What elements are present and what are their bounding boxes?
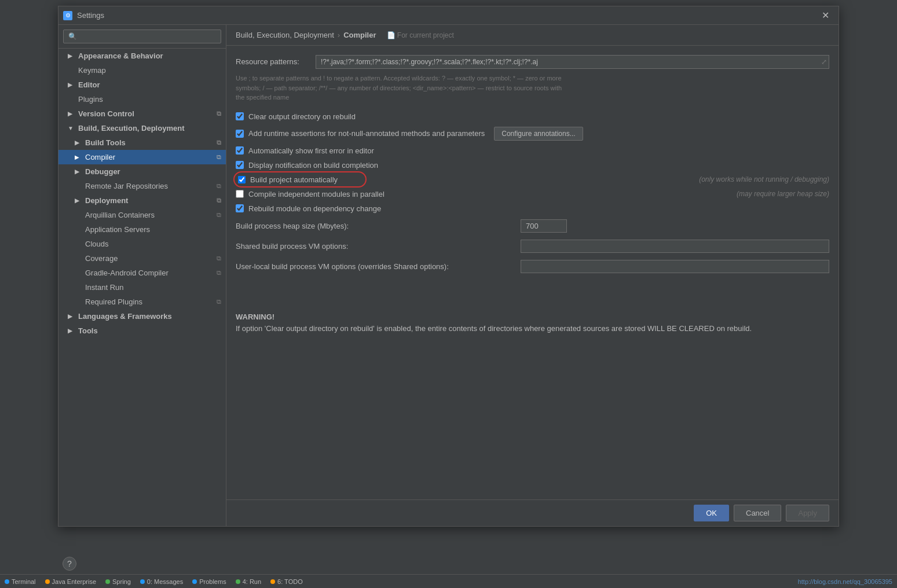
run-label: 4: Run (243, 578, 261, 585)
java-enterprise-dot (45, 579, 50, 584)
clear-output-label[interactable]: Clear output directory on rebuild (248, 112, 356, 121)
arrow-icon: ▶ (68, 53, 75, 59)
breadcrumb-current: Compiler (343, 31, 376, 39)
sidebar-item-remote-jar-repositories[interactable]: Remote Jar Repositories ⧉ (58, 179, 226, 193)
sidebar-item-instant-run[interactable]: Instant Run (58, 280, 226, 295)
build-project-automatically-label[interactable]: Build project automatically (250, 175, 338, 184)
rebuild-module-checkbox[interactable] (236, 204, 244, 212)
sidebar-item-version-control[interactable]: ▶ Version Control ⧉ (58, 106, 226, 121)
configure-annotations-button[interactable]: Configure annotations... (494, 127, 583, 141)
sidebar-item-label: Editor (78, 80, 100, 89)
status-spring[interactable]: Spring (105, 578, 131, 585)
sidebar-item-label: Plugins (78, 95, 103, 104)
show-first-error-label[interactable]: Automatically show first error in editor (248, 146, 374, 155)
show-first-error-row: Automatically show first error in editor (236, 144, 829, 158)
sidebar-item-label: Arquillian Containers (85, 211, 155, 219)
sidebar-item-debugger[interactable]: ▶ Debugger (58, 164, 226, 179)
help-button[interactable]: ? (63, 557, 76, 571)
sidebar-item-coverage[interactable]: Coverage ⧉ (58, 251, 226, 266)
display-notification-row: Display notification on build completion (236, 158, 829, 172)
terminal-label: Terminal (12, 578, 36, 585)
close-button[interactable]: ✕ (817, 8, 834, 23)
sidebar-item-compiler[interactable]: ▶ Compiler ⧉ (58, 150, 226, 164)
hint-line1: Use ; to separate patterns and ! to nega… (236, 75, 562, 82)
arrow-icon: ▶ (68, 313, 75, 319)
status-messages[interactable]: 0: Messages (140, 578, 183, 585)
expand-icon[interactable]: ⤢ (821, 58, 827, 66)
warning-box: WARNING! If option 'Clear output directo… (236, 288, 829, 336)
sidebar-item-plugins[interactable]: Plugins (58, 92, 226, 106)
sidebar-item-label: Application Servers (85, 225, 150, 234)
display-notification-label[interactable]: Display notification on build completion (248, 161, 378, 170)
cancel-button[interactable]: Cancel (734, 505, 781, 521)
build-project-automatically-note: (only works while not running / debuggin… (699, 175, 829, 183)
sidebar-item-appearance-behavior[interactable]: ▶ Appearance & Behavior (58, 49, 226, 63)
search-box (58, 25, 226, 49)
build-project-automatically-row: Build project automatically (only works … (236, 172, 829, 187)
sidebar-item-keymap[interactable]: Keymap (58, 63, 226, 78)
add-runtime-assertions-label[interactable]: Add runtime assertions for not-null-anno… (248, 129, 485, 138)
add-runtime-assertions-row: Add runtime assertions for not-null-anno… (236, 124, 829, 144)
titlebar: ⚙ Settings ✕ (58, 6, 839, 25)
main-content: ▶ Appearance & Behavior Keymap ▶ Editor … (58, 25, 839, 526)
sidebar-item-clouds[interactable]: Clouds (58, 237, 226, 251)
add-runtime-assertions-checkbox[interactable] (236, 130, 244, 138)
sidebar-item-label: Tools (78, 326, 98, 335)
status-todo[interactable]: 6: TODO (270, 578, 303, 585)
arrow-icon: ▶ (75, 139, 82, 146)
display-notification-checkbox[interactable] (236, 161, 244, 169)
user-local-vm-options-label: User-local build process VM options (ove… (236, 262, 514, 271)
user-local-vm-options-input[interactable] (521, 260, 829, 273)
apply-button[interactable]: Apply (786, 505, 829, 521)
sidebar-item-label: Clouds (85, 240, 108, 248)
sidebar-item-build-execution-deployment[interactable]: ▼ Build, Execution, Deployment (58, 121, 226, 135)
shared-vm-options-input[interactable] (521, 240, 829, 253)
shared-vm-options-row: Shared build process VM options: (236, 236, 829, 256)
status-problems[interactable]: Problems (192, 578, 226, 585)
ok-button[interactable]: OK (694, 505, 729, 521)
sidebar-item-label: Languages & Frameworks (78, 312, 172, 321)
show-first-error-checkbox[interactable] (236, 146, 244, 155)
sidebar-item-label: Compiler (85, 153, 115, 161)
status-java-enterprise[interactable]: Java Enterprise (45, 578, 96, 585)
heap-size-label: Build process heap size (Mbytes): (236, 222, 514, 230)
resource-patterns-input[interactable] (316, 55, 829, 69)
sidebar-item-label: Build, Execution, Deployment (78, 124, 184, 133)
sidebar-item-label: Debugger (85, 167, 120, 176)
status-url: http://blog.csdn.net/qq_30065395 (798, 577, 892, 586)
status-terminal[interactable]: Terminal (5, 578, 36, 585)
sidebar-item-gradle-android-compiler[interactable]: Gradle-Android Compiler ⧉ (58, 266, 226, 280)
breadcrumb-parent: Build, Execution, Deployment (236, 31, 334, 39)
build-project-automatically-checkbox[interactable] (238, 176, 246, 183)
sidebar-item-languages-frameworks[interactable]: ▶ Languages & Frameworks (58, 309, 226, 324)
spring-dot (105, 579, 110, 584)
sidebar-item-label: Keymap (78, 66, 106, 75)
copy-icon: ⧉ (217, 110, 221, 117)
sidebar-item-application-servers[interactable]: Application Servers (58, 222, 226, 237)
messages-dot (140, 579, 145, 584)
status-run[interactable]: 4: Run (236, 578, 261, 585)
compile-independent-note: (may require larger heap size) (737, 190, 829, 198)
resource-input-wrap: ⤢ (316, 55, 829, 69)
rebuild-module-row: Rebuild module on dependency change (236, 201, 829, 216)
copy-icon: ⧉ (217, 197, 221, 204)
heap-size-row: Build process heap size (Mbytes): (236, 216, 829, 236)
sidebar-item-build-tools[interactable]: ▶ Build Tools ⧉ (58, 135, 226, 150)
sidebar-item-tools[interactable]: ▶ Tools (58, 324, 226, 338)
resource-patterns-label: Resource patterns: (236, 55, 311, 66)
arrow-icon: ▶ (75, 197, 82, 204)
clear-output-checkbox[interactable] (236, 112, 244, 120)
sidebar-item-arquillian-containers[interactable]: Arquillian Containers ⧉ (58, 208, 226, 222)
sidebar-item-deployment[interactable]: ▶ Deployment ⧉ (58, 193, 226, 208)
sidebar-item-required-plugins[interactable]: Required Plugins ⧉ (58, 295, 226, 309)
sidebar-item-editor[interactable]: ▶ Editor (58, 78, 226, 92)
compile-independent-label[interactable]: Compile independent modules in parallel (248, 190, 385, 199)
breadcrumb-separator: › (338, 31, 340, 39)
rebuild-module-label[interactable]: Rebuild module on dependency change (248, 204, 381, 213)
search-input[interactable] (63, 30, 221, 43)
spring-label: Spring (112, 578, 131, 585)
url-label: http://blog.csdn.net/qq_30065395 (798, 578, 892, 585)
compile-independent-checkbox[interactable] (236, 190, 244, 198)
heap-size-input[interactable] (521, 219, 567, 233)
copy-icon: ⧉ (217, 182, 221, 190)
